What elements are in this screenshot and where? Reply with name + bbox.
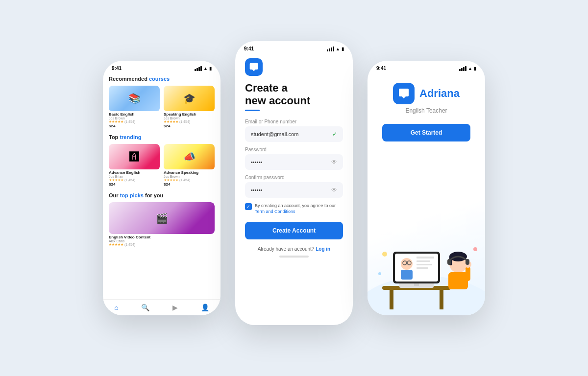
course-advance-speaking[interactable]: 📣 Advance Speaking Jos Brown ★★★★★ (1,45… <box>164 144 215 188</box>
thumb-basic-icon: 📚 <box>128 93 141 104</box>
status-bar-right: 9:41 ▲ ▮ <box>368 61 485 73</box>
signal-icon-right <box>459 66 466 71</box>
battery-icon-center: ▮ <box>342 47 344 51</box>
recommended-title: Recommended courses <box>109 76 215 82</box>
course-speaking-price: $24 <box>164 124 215 128</box>
app-logo <box>245 58 263 76</box>
home-icon: ⌂ <box>114 304 118 311</box>
svg-rect-16 <box>416 267 428 269</box>
course-speaking-name: Speaking English <box>164 112 215 117</box>
course-advance-name: Advance English <box>109 170 160 175</box>
nav-play[interactable]: ▶ <box>172 304 178 311</box>
illustration-area <box>368 217 485 315</box>
time-center: 9:41 <box>244 46 254 51</box>
svg-rect-14 <box>416 260 430 262</box>
course-adv-speaking-stars: ★★★★★ (1,454) <box>164 178 215 182</box>
password-field[interactable]: •••••• 👁 <box>245 154 343 170</box>
confirm-field[interactable]: •••••• 👁 <box>245 182 343 198</box>
course-speaking-english[interactable]: 🎓 Speaking English Jos Brown ★★★★★ (1,45… <box>164 86 215 129</box>
thumb-advance-icon: 🅰 <box>129 151 139 163</box>
top-picks-highlight: top picks <box>120 192 144 198</box>
center-phone: 9:41 ▲ ▮ Create a new account <box>235 41 353 325</box>
terms-text: By creating an account, you agrree to ou… <box>255 203 343 215</box>
trending-grid: 🅰 Advance English Jos Brian ★★★★★ (1,454… <box>109 144 215 188</box>
course-basic-english[interactable]: 📚 Basic English Jos Brown ★★★★★ (1,454) … <box>109 86 160 129</box>
eye-icon-confirm: 👁 <box>331 187 337 193</box>
nav-profile[interactable]: 👤 <box>201 304 209 311</box>
battery-icon: ▮ <box>209 66 212 71</box>
course-adv-speaking-author: Jos Brown <box>164 175 215 178</box>
email-value: student@gmail.com <box>251 131 332 137</box>
create-account-button[interactable]: Create Account <box>245 222 343 239</box>
terms-checkbox[interactable]: ✓ <box>245 203 252 210</box>
svg-point-25 <box>382 252 387 257</box>
svg-rect-24 <box>466 259 469 265</box>
adriana-subtitle: English Teacher <box>405 107 447 114</box>
time-left: 9:41 <box>112 66 122 71</box>
svg-rect-20 <box>448 272 468 289</box>
nav-search[interactable]: 🔍 <box>141 304 149 311</box>
course-advance-english[interactable]: 🅰 Advance English Jos Brian ★★★★★ (1,454… <box>109 144 160 188</box>
course-adv-speaking-info: Advance Speaking Jos Brown ★★★★★ (1,454)… <box>164 169 215 188</box>
recommended-grid: 📚 Basic English Jos Brown ★★★★★ (1,454) … <box>109 86 215 129</box>
svg-rect-13 <box>416 257 434 258</box>
teacher-illustration <box>368 217 485 315</box>
status-bar-left: 9:41 ▲ ▮ <box>103 61 220 73</box>
thumb-speaking-icon: 🎓 <box>183 93 196 104</box>
thumb-video-icon: 🎬 <box>156 212 168 224</box>
home-indicator-center <box>279 256 309 258</box>
title-underline <box>245 110 260 111</box>
right-phone-content: Adriana English Teacher Get Started <box>368 73 485 156</box>
wifi-icon-right: ▲ <box>468 66 472 71</box>
top-picks-title: Our top picks for you <box>109 192 215 198</box>
course-basic-price: $24 <box>109 124 160 128</box>
course-video-info: English Video Content Alex Chris ★★★★★ (… <box>109 234 215 248</box>
course-basic-name: Basic English <box>109 112 160 117</box>
thumb-adv-speaking-icon: 📣 <box>183 151 196 163</box>
nav-home[interactable]: ⌂ <box>114 304 118 311</box>
play-icon: ▶ <box>172 304 178 311</box>
check-icon: ✓ <box>332 131 337 138</box>
course-basic-author: Jos Brown <box>109 117 160 120</box>
svg-point-27 <box>378 272 381 275</box>
signal-icon <box>195 66 202 71</box>
recommended-highlight: courses <box>149 76 170 82</box>
course-speaking-stars: ★★★★★ (1,454) <box>164 120 215 124</box>
adriana-branding: Adriana <box>393 83 460 104</box>
svg-rect-23 <box>447 259 451 265</box>
course-basic-info: Basic English Jos Brown ★★★★★ (1,454) $2… <box>109 111 160 129</box>
course-advance-price: $24 <box>109 182 160 187</box>
course-advance-author: Jos Brian <box>109 175 160 178</box>
course-advance-stars: ★★★★★ (1,454) <box>109 178 160 182</box>
confirm-value: •••••• <box>251 187 331 193</box>
trending-title: Top trending <box>109 134 215 140</box>
status-bar-center: 9:41 ▲ ▮ <box>235 41 353 53</box>
course-video-author: Alex Chris <box>109 239 215 243</box>
terms-link[interactable]: Term and Conditions <box>255 209 295 214</box>
thumb-advance: 🅰 <box>109 144 160 169</box>
confirm-label: Confirm password <box>245 175 343 180</box>
password-value: •••••• <box>251 159 331 165</box>
status-icons-center: ▲ ▮ <box>327 47 344 51</box>
checkmark-icon: ✓ <box>246 204 250 209</box>
trending-highlight: trending <box>120 134 141 140</box>
thumb-basic: 📚 <box>109 86 160 111</box>
get-started-button[interactable]: Get Started <box>382 124 470 141</box>
login-link[interactable]: Log in <box>316 246 330 252</box>
svg-rect-3 <box>440 290 443 309</box>
course-speaking-author: Jos Brown <box>164 117 215 120</box>
terms-row: ✓ By creating an account, you agrree to … <box>245 203 343 215</box>
email-label: Email or Phone number <box>245 119 343 124</box>
course-video-content[interactable]: 🎬 English Video Content Alex Chris ★★★★★… <box>109 202 215 248</box>
svg-rect-2 <box>390 290 393 309</box>
email-field[interactable]: student@gmail.com ✓ <box>245 126 343 142</box>
left-phone-content: Recommended courses 📚 Basic English Jos … <box>103 73 220 251</box>
course-advance-info: Advance English Jos Brian ★★★★★ (1,454) … <box>109 169 160 188</box>
center-phone-content: Create a new account Email or Phone numb… <box>235 53 353 265</box>
thumb-adv-speaking: 📣 <box>164 144 215 169</box>
svg-point-26 <box>473 247 477 251</box>
signal-icon-center <box>327 47 334 51</box>
svg-rect-9 <box>401 270 413 280</box>
wifi-icon: ▲ <box>203 66 208 71</box>
left-phone: 9:41 ▲ ▮ Recommended courses <box>103 61 220 315</box>
